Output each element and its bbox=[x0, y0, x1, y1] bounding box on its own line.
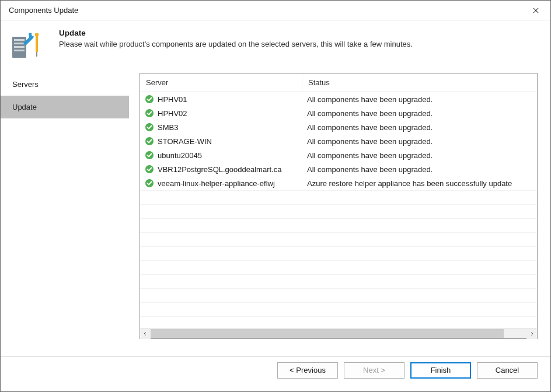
cell-server bbox=[140, 267, 302, 269]
server-name: STORAGE-WIN bbox=[158, 137, 212, 146]
sidebar-item-update[interactable]: Update bbox=[1, 96, 129, 118]
cell-server: ubuntu20045 bbox=[140, 149, 302, 161]
cell-server: HPHV02 bbox=[140, 107, 302, 119]
scrollbar-track[interactable] bbox=[151, 328, 526, 338]
sidebar-item-servers[interactable]: Servers bbox=[1, 73, 129, 96]
cell-status: Azure restore helper appliance has been … bbox=[302, 178, 537, 189]
table-row-empty bbox=[140, 316, 537, 328]
sidebar-item-label: Update bbox=[12, 103, 37, 111]
svg-rect-4 bbox=[14, 50, 25, 51]
scroll-right-icon[interactable] bbox=[526, 328, 537, 339]
cell-server: veeam-linux-helper-appliance-eflwj bbox=[140, 177, 302, 189]
table-row[interactable]: HPHV01All components have been upgraded. bbox=[140, 92, 537, 106]
scroll-left-icon[interactable] bbox=[140, 328, 151, 339]
cell-status: All components have been upgraded. bbox=[302, 122, 537, 133]
success-check-icon bbox=[145, 178, 154, 188]
svg-rect-1 bbox=[14, 39, 25, 41]
grid-body: HPHV01All components have been upgraded.… bbox=[140, 92, 537, 328]
cell-server bbox=[140, 211, 302, 213]
table-row[interactable]: ubuntu20045All components have been upgr… bbox=[140, 148, 537, 162]
close-button[interactable] bbox=[529, 4, 542, 17]
cell-status: All components have been upgraded. bbox=[302, 164, 537, 175]
cell-server: VBR12PostgreSQL.gooddealmart.ca bbox=[140, 163, 302, 175]
close-icon bbox=[533, 7, 539, 14]
results-grid: Server Status HPHV01All components have … bbox=[140, 74, 537, 328]
cell-server bbox=[140, 239, 302, 241]
table-row-empty bbox=[140, 246, 537, 260]
cell-server: HPHV01 bbox=[140, 93, 302, 105]
cell-server bbox=[140, 253, 302, 255]
server-name: HPHV01 bbox=[158, 95, 187, 104]
svg-rect-3 bbox=[14, 46, 25, 48]
cell-server bbox=[140, 295, 302, 297]
cell-status bbox=[302, 281, 537, 283]
cell-server bbox=[140, 225, 302, 227]
wizard-description: Please wait while product's components a… bbox=[59, 40, 413, 48]
table-row-empty bbox=[140, 204, 537, 218]
svg-rect-2 bbox=[14, 43, 25, 44]
previous-button[interactable]: < Previous bbox=[277, 362, 338, 379]
success-check-icon bbox=[145, 94, 154, 104]
cell-server bbox=[140, 197, 302, 199]
grid-header: Server Status bbox=[140, 74, 537, 92]
wizard-heading: Update bbox=[59, 29, 413, 37]
server-name: HPHV02 bbox=[158, 109, 187, 118]
success-check-icon bbox=[145, 150, 154, 160]
table-row-empty bbox=[140, 232, 537, 246]
svg-rect-8 bbox=[35, 33, 39, 36]
column-header-server[interactable]: Server bbox=[140, 74, 302, 92]
table-row[interactable]: veeam-linux-helper-appliance-eflwjAzure … bbox=[140, 176, 537, 190]
svg-rect-6 bbox=[36, 36, 38, 52]
table-row[interactable]: SMB3All components have been upgraded. bbox=[140, 120, 537, 134]
cell-status bbox=[302, 267, 537, 269]
table-row[interactable]: STORAGE-WINAll components have been upgr… bbox=[140, 134, 537, 148]
cell-status bbox=[302, 211, 537, 213]
wizard-header: Update Please wait while product's compo… bbox=[1, 20, 550, 69]
cancel-button[interactable]: Cancel bbox=[477, 362, 538, 379]
table-row-empty bbox=[140, 302, 537, 316]
table-row-empty bbox=[140, 260, 537, 274]
svg-point-5 bbox=[32, 33, 35, 36]
table-row-empty bbox=[140, 288, 537, 302]
wizard-main: Servers Update Server Status HPHV01All c… bbox=[1, 69, 550, 356]
wizard-sidebar: Servers Update bbox=[1, 69, 129, 356]
cell-server bbox=[140, 281, 302, 283]
update-wizard-icon bbox=[11, 27, 44, 60]
finish-button[interactable]: Finish bbox=[410, 362, 471, 379]
server-name: veeam-linux-helper-appliance-eflwj bbox=[158, 179, 275, 188]
cell-server bbox=[140, 309, 302, 311]
cell-status bbox=[302, 197, 537, 199]
next-button[interactable]: Next > bbox=[344, 362, 404, 379]
success-check-icon bbox=[145, 164, 154, 174]
horizontal-scrollbar[interactable] bbox=[140, 328, 537, 338]
wizard-footer: < Previous Next > Finish Cancel bbox=[1, 356, 550, 383]
cell-status: All components have been upgraded. bbox=[302, 108, 537, 119]
cell-status bbox=[302, 323, 537, 325]
cell-status bbox=[302, 239, 537, 241]
sidebar-item-label: Servers bbox=[12, 80, 39, 89]
title-bar: Components Update bbox=[1, 1, 550, 20]
wizard-content: Server Status HPHV01All components have … bbox=[129, 69, 550, 356]
cell-server: SMB3 bbox=[140, 121, 302, 133]
table-row-empty bbox=[140, 190, 537, 204]
server-name: VBR12PostgreSQL.gooddealmart.ca bbox=[158, 165, 281, 174]
success-check-icon bbox=[145, 136, 154, 146]
window-title: Components Update bbox=[9, 6, 78, 15]
success-check-icon bbox=[145, 108, 154, 118]
cell-status bbox=[302, 309, 537, 311]
cell-server bbox=[140, 323, 302, 325]
table-row[interactable]: HPHV02All components have been upgraded. bbox=[140, 106, 537, 120]
success-check-icon bbox=[145, 123, 154, 132]
update-results-table: Server Status HPHV01All components have … bbox=[140, 73, 538, 339]
wizard-header-text: Update Please wait while product's compo… bbox=[53, 27, 413, 48]
server-name: ubuntu20045 bbox=[158, 151, 202, 160]
cell-status bbox=[302, 253, 537, 255]
table-row-empty bbox=[140, 274, 537, 288]
cell-server: STORAGE-WIN bbox=[140, 135, 302, 147]
table-row[interactable]: VBR12PostgreSQL.gooddealmart.caAll compo… bbox=[140, 162, 537, 176]
cell-status: All components have been upgraded. bbox=[302, 150, 537, 161]
server-name: SMB3 bbox=[158, 123, 178, 132]
cell-status bbox=[302, 295, 537, 297]
column-header-status[interactable]: Status bbox=[302, 74, 537, 92]
scrollbar-thumb[interactable] bbox=[151, 329, 504, 338]
